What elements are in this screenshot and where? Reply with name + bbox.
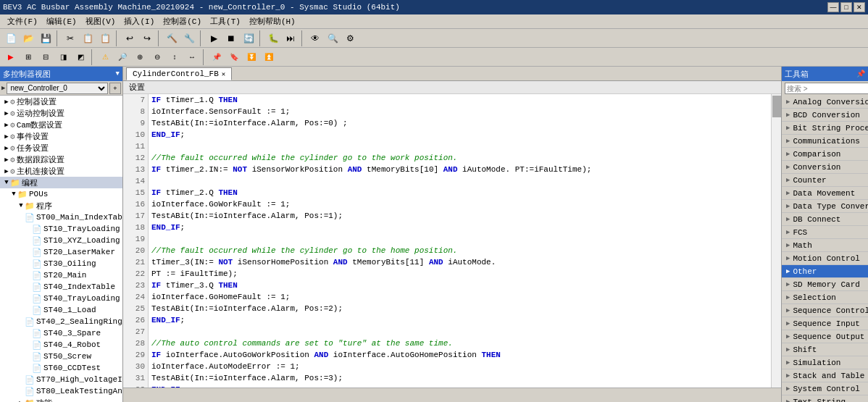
- t2-btn-2[interactable]: ⊞: [20, 49, 36, 65]
- code-line[interactable]: END_IF;: [149, 222, 771, 233]
- code-line[interactable]: IF tTimer_1.Q THEN: [149, 94, 771, 106]
- code-line[interactable]: //The fault occurred while the cylinder …: [149, 152, 771, 164]
- run-button[interactable]: ▶: [206, 30, 222, 46]
- tree-st20-laser[interactable]: 📄ST20_LaserMaker: [0, 246, 122, 258]
- code-line[interactable]: END_IF;: [149, 129, 771, 141]
- t2-btn-3[interactable]: ⊟: [38, 49, 54, 65]
- menu-edit[interactable]: 编辑(E): [42, 14, 81, 28]
- t2-btn-11[interactable]: ↔: [184, 49, 200, 65]
- tree-programming[interactable]: ▼ 📁 编程: [0, 177, 122, 188]
- t2-btn-5[interactable]: ◩: [72, 49, 88, 65]
- step-button[interactable]: ⏭: [283, 30, 299, 46]
- category-item[interactable]: ▶Shift: [782, 343, 868, 356]
- code-line[interactable]: TestABit(In:=ioInterface.Alarm, Pos:=3);: [149, 372, 771, 384]
- category-item[interactable]: ▶Bit String Processing: [782, 122, 868, 135]
- tree-st50[interactable]: 📄ST50_Screw: [0, 351, 122, 362]
- tree-cam-settings[interactable]: ▶ ⚙ Cam数据设置: [0, 119, 122, 130]
- code-line[interactable]: [149, 175, 771, 187]
- category-item[interactable]: ▶Stack and Table: [782, 369, 868, 382]
- tree-host-settings[interactable]: ▶ ⚙ 主机连接设置: [0, 165, 122, 177]
- menu-tools[interactable]: 工具(T): [206, 14, 245, 28]
- category-item[interactable]: ▶FCS: [782, 226, 868, 239]
- copy-button[interactable]: 📋: [80, 30, 96, 46]
- toolbox-search-input[interactable]: [785, 83, 868, 94]
- tree-st80[interactable]: 📄ST80_LeakTestingAndUnlo: [0, 385, 122, 397]
- editor-tab-close[interactable]: ✕: [222, 70, 225, 78]
- menu-insert[interactable]: 插入(I): [120, 14, 159, 28]
- scroll-indicator[interactable]: [771, 94, 781, 388]
- stop-button[interactable]: ⏹: [223, 30, 239, 46]
- t2-btn-12[interactable]: 📌: [209, 49, 225, 65]
- code-line[interactable]: [149, 141, 771, 152]
- category-item[interactable]: ▶BCD Conversion: [782, 109, 868, 122]
- rebuild-button[interactable]: 🔧: [181, 30, 197, 46]
- restart-button[interactable]: 🔄: [241, 30, 256, 46]
- tree-datatrace-settings[interactable]: ▶ ⚙ 数据跟踪设置: [0, 154, 122, 165]
- code-line[interactable]: IF tTimer_3.Q THEN: [149, 280, 771, 291]
- controller-add-btn[interactable]: +: [109, 83, 121, 94]
- code-line[interactable]: ioInterface.GoHomeFault := 1;: [149, 291, 771, 303]
- code-line[interactable]: PT := iFaultTime);: [149, 268, 771, 280]
- category-item[interactable]: ▶DB Connect: [782, 213, 868, 226]
- category-item[interactable]: ▶Counter: [782, 174, 868, 187]
- category-item[interactable]: ▶System Control: [782, 382, 868, 395]
- category-item[interactable]: ▶Motion Control: [782, 252, 868, 265]
- maximize-button[interactable]: □: [840, 2, 852, 12]
- watch-button[interactable]: 👁: [307, 30, 323, 46]
- category-item[interactable]: ▶Conversion: [782, 161, 868, 174]
- t2-btn-14[interactable]: ⏬: [243, 49, 259, 65]
- code-line[interactable]: tTimer_3(IN:= NOT iSensorHomePosition AN…: [149, 256, 771, 268]
- t2-btn-9[interactable]: ⊖: [149, 49, 165, 65]
- tree-st60[interactable]: 📄ST60_CCDTest: [0, 362, 122, 374]
- close-button[interactable]: ✕: [854, 2, 865, 12]
- menu-file[interactable]: 文件(F): [3, 14, 42, 28]
- redo-button[interactable]: ↪: [139, 30, 155, 46]
- t2-btn-10[interactable]: ↕: [167, 49, 183, 65]
- code-line[interactable]: ioInterface.GoWorkFault := 1;: [149, 198, 771, 210]
- code-line[interactable]: [149, 233, 771, 245]
- menu-help[interactable]: 控制帮助(H): [245, 14, 300, 28]
- save-button[interactable]: 💾: [38, 30, 54, 46]
- t2-btn-8[interactable]: ⊕: [132, 49, 148, 65]
- code-line[interactable]: [149, 326, 771, 338]
- t2-btn-13[interactable]: 🔖: [226, 49, 242, 65]
- code-line[interactable]: TestABit(In:=ioInterface.Alarm, Pos:=2);: [149, 303, 771, 314]
- tree-st40-1[interactable]: 📄ST40_1_Load: [0, 304, 122, 316]
- code-line[interactable]: ioInterface.AutoModeError := 1;: [149, 361, 771, 372]
- t2-btn-1[interactable]: ▶: [3, 49, 19, 65]
- tree-st10-xyz[interactable]: 📄ST10_XYZ_Loading: [0, 235, 122, 246]
- tree-programs[interactable]: ▼ 📁 程序: [0, 200, 122, 212]
- build-button[interactable]: 🔨: [164, 30, 180, 46]
- category-item[interactable]: ▶Selection: [782, 291, 868, 304]
- debug-button[interactable]: 🐛: [265, 30, 281, 46]
- tree-st70[interactable]: 📄ST70_High_voltageInsulati: [0, 374, 122, 385]
- t2-btn-4[interactable]: ◨: [55, 49, 71, 65]
- search-btn-t[interactable]: 🔍: [325, 30, 341, 46]
- code-line[interactable]: TestABit(In:=ioInterface.Alarm, Pos:=1);: [149, 210, 771, 222]
- category-item[interactable]: ▶Analog Conversion: [782, 96, 868, 109]
- category-item[interactable]: ▶Data Type Conversion: [782, 200, 868, 213]
- tree-motion-settings[interactable]: ▶ ⚙ 运动控制设置: [0, 107, 122, 119]
- minimize-button[interactable]: —: [827, 2, 839, 12]
- menu-controller[interactable]: 控制器(C): [159, 14, 206, 28]
- tree-controller-settings[interactable]: ▶ ⚙ 控制器设置: [0, 96, 122, 107]
- code-line[interactable]: //The fault occurred while the cylinder …: [149, 245, 771, 256]
- menu-view[interactable]: 视图(V): [81, 14, 120, 28]
- category-item[interactable]: ▶Data Movement: [782, 187, 868, 200]
- tree-st40-4[interactable]: 📄ST40_4_Robot: [0, 339, 122, 351]
- tree-task-settings[interactable]: ▶ ⚙ 任务设置: [0, 142, 122, 154]
- category-item[interactable]: ▶Sequence Input: [782, 317, 868, 330]
- new-button[interactable]: 📄: [3, 30, 19, 46]
- editor-tab[interactable]: CylinderControl_FB ✕: [126, 67, 232, 80]
- t2-btn-15[interactable]: ⏫: [261, 49, 277, 65]
- tree-st10-tray[interactable]: 📄ST10_TrayLoading: [0, 223, 122, 235]
- tree-st40-2[interactable]: 📄ST40_2_SealingRingAssem: [0, 316, 122, 327]
- t2-btn-7[interactable]: 🔎: [114, 49, 130, 65]
- category-item[interactable]: ▶Other: [782, 265, 868, 278]
- category-item[interactable]: ▶Sequence Control: [782, 304, 868, 317]
- code-line[interactable]: //The auto control commands are set to "…: [149, 338, 771, 349]
- undo-button[interactable]: ↩: [122, 30, 138, 46]
- tree-st40-idx[interactable]: 📄ST40_IndexTable: [0, 281, 122, 293]
- code-line[interactable]: IF tTimer_2.IN:= NOT iSensorWorkPosition…: [149, 164, 771, 175]
- tree-event-settings[interactable]: ▶ ⚙ 事件设置: [0, 130, 122, 142]
